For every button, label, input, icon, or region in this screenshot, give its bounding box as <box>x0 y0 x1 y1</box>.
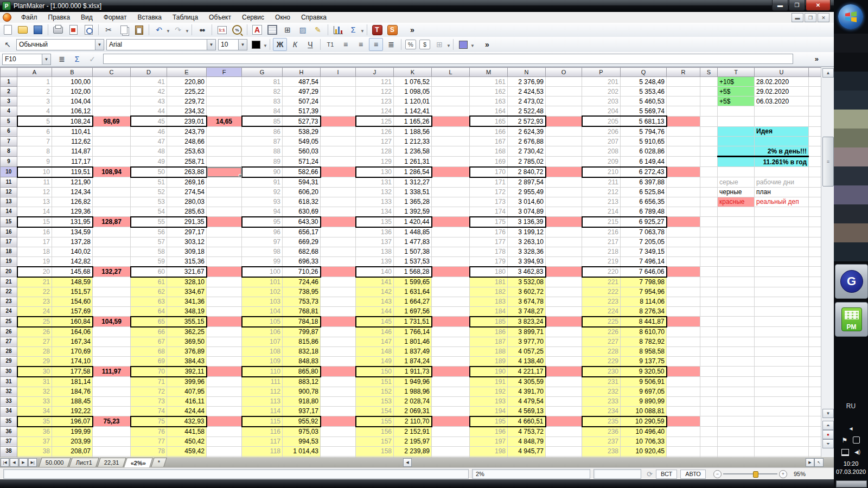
cell-B38[interactable]: 208,07 <box>52 446 93 456</box>
row-header-23[interactable]: 23 <box>1 297 17 306</box>
cell-R9[interactable] <box>667 157 700 167</box>
cell-partial-35[interactable] <box>809 416 821 427</box>
shading-icon[interactable]: ▨ <box>296 23 310 36</box>
cell-L20[interactable] <box>432 267 470 277</box>
textmaker-icon[interactable]: T <box>370 23 384 36</box>
idea-title-cell[interactable]: Идея <box>755 126 809 137</box>
cell-A5[interactable]: 5 <box>17 116 52 126</box>
cell-H13[interactable]: 618,32 <box>283 197 321 207</box>
cell-U33[interactable] <box>755 396 809 406</box>
row-header-11[interactable]: 11 <box>1 177 17 188</box>
cell-K6[interactable]: 1 188,56 <box>394 126 432 137</box>
idea-yearly-rate-cell[interactable]: 11.261% в год <box>755 157 809 167</box>
cell-P21[interactable]: 221 <box>582 277 621 287</box>
cell-F13[interactable] <box>207 197 242 207</box>
menu-item-2[interactable]: Правка <box>43 12 76 22</box>
column-header-K[interactable]: K <box>394 68 432 77</box>
cell-I36[interactable] <box>321 427 356 437</box>
cell-J22[interactable]: 142 <box>356 287 394 297</box>
taskbar-app-g[interactable]: G <box>835 264 868 299</box>
cell-partial-13[interactable] <box>809 197 821 207</box>
cell-L25[interactable] <box>432 317 470 327</box>
cell-L8[interactable] <box>432 146 470 157</box>
next-sheet-button[interactable]: ▶ <box>19 458 28 467</box>
row-header-13[interactable]: 13 <box>1 197 17 207</box>
cell-D12[interactable]: 52 <box>131 187 167 197</box>
cell-K24[interactable]: 1 697,56 <box>394 306 432 317</box>
cell-T15[interactable] <box>718 217 755 227</box>
cell-I12[interactable] <box>321 187 356 197</box>
cell-C2[interactable] <box>93 87 131 97</box>
cell-H6[interactable]: 538,29 <box>283 126 321 137</box>
cell-I34[interactable] <box>321 406 356 416</box>
cell-O32[interactable] <box>546 387 582 396</box>
cell-P31[interactable]: 231 <box>582 377 621 387</box>
cell-O10[interactable] <box>546 167 582 177</box>
cell-T28[interactable] <box>718 346 755 356</box>
cell-O30[interactable] <box>546 367 582 377</box>
cell-H17[interactable]: 669,29 <box>283 237 321 247</box>
cell-Q38[interactable]: 10 920,45 <box>621 446 667 456</box>
restore-button[interactable]: ❐ <box>789 0 805 11</box>
cell-O6[interactable] <box>546 126 582 137</box>
cell-partial-24[interactable] <box>809 306 821 317</box>
column-header-G[interactable]: G <box>242 68 283 77</box>
cell-N30[interactable]: 4 221,17 <box>508 367 546 377</box>
cell-N38[interactable]: 4 945,77 <box>508 446 546 456</box>
cell-partial-5[interactable] <box>809 116 821 126</box>
cell-E31[interactable]: 399,96 <box>167 377 207 387</box>
cell-Q24[interactable]: 8 276,34 <box>621 306 667 317</box>
cell-M37[interactable]: 197 <box>470 436 508 446</box>
formula-bar-overflow-icon[interactable]: » <box>815 55 819 63</box>
cell-D24[interactable]: 64 <box>131 306 167 317</box>
cell-R34[interactable] <box>667 406 700 416</box>
cell-partial-1[interactable] <box>809 77 821 87</box>
cell-Q4[interactable]: 5 569,74 <box>621 106 667 117</box>
cell-S32[interactable] <box>700 387 718 396</box>
cell-R28[interactable] <box>667 346 700 356</box>
cell-T16[interactable] <box>718 227 755 237</box>
cell-M15[interactable]: 175 <box>470 217 508 227</box>
cell-J4[interactable]: 124 <box>356 106 394 117</box>
cell-N24[interactable]: 3 748,27 <box>508 306 546 317</box>
print-icon[interactable] <box>51 23 65 36</box>
cell-A21[interactable]: 21 <box>17 277 52 287</box>
cell-O8[interactable] <box>546 146 582 157</box>
cell-partial-31[interactable] <box>809 377 821 387</box>
cell-E18[interactable]: 309,18 <box>167 247 207 256</box>
cell-G33[interactable]: 113 <box>242 396 283 406</box>
cell-O18[interactable] <box>546 247 582 256</box>
cell-A8[interactable]: 8 <box>17 146 52 157</box>
style-combobox[interactable]: Обычный▼ <box>16 39 104 50</box>
cell-Q12[interactable]: 6 525,84 <box>621 187 667 197</box>
cell-K19[interactable]: 1 537,53 <box>394 256 432 267</box>
cell-L21[interactable] <box>432 277 470 287</box>
cell-B7[interactable]: 112,62 <box>52 137 93 146</box>
cell-C18[interactable] <box>93 247 131 256</box>
fill-color-dropdown-icon[interactable]: ▼ <box>470 43 475 48</box>
sheet-tab-*[interactable]: * <box>151 458 168 467</box>
cell-H26[interactable]: 799,87 <box>283 327 321 337</box>
cell-O16[interactable] <box>546 227 582 237</box>
last-sheet-button[interactable]: ▶| <box>28 458 37 467</box>
cell-E24[interactable]: 348,19 <box>167 306 207 317</box>
cell-I2[interactable] <box>321 87 356 97</box>
cell-E5[interactable]: 239,01 <box>167 116 207 126</box>
cell-G34[interactable]: 114 <box>242 406 283 416</box>
cell-G27[interactable]: 107 <box>242 337 283 346</box>
cell-S29[interactable] <box>700 356 718 367</box>
cell-U14[interactable] <box>755 207 809 217</box>
cell-L26[interactable] <box>432 327 470 337</box>
cell-D4[interactable]: 44 <box>131 106 167 117</box>
cell-Q11[interactable]: 6 397,88 <box>621 177 667 188</box>
cell-C22[interactable] <box>93 287 131 297</box>
cell-D29[interactable]: 69 <box>131 356 167 367</box>
cell-partial-32[interactable] <box>809 387 821 396</box>
cell-Q5[interactable]: 5 681,13 <box>621 116 667 126</box>
cell-N17[interactable]: 3 263,10 <box>508 237 546 247</box>
row-header-22[interactable]: 22 <box>1 287 17 297</box>
cell-L34[interactable] <box>432 406 470 416</box>
cell-S17[interactable] <box>700 237 718 247</box>
fill-color-icon[interactable] <box>456 38 470 51</box>
cell-G8[interactable]: 88 <box>242 146 283 157</box>
